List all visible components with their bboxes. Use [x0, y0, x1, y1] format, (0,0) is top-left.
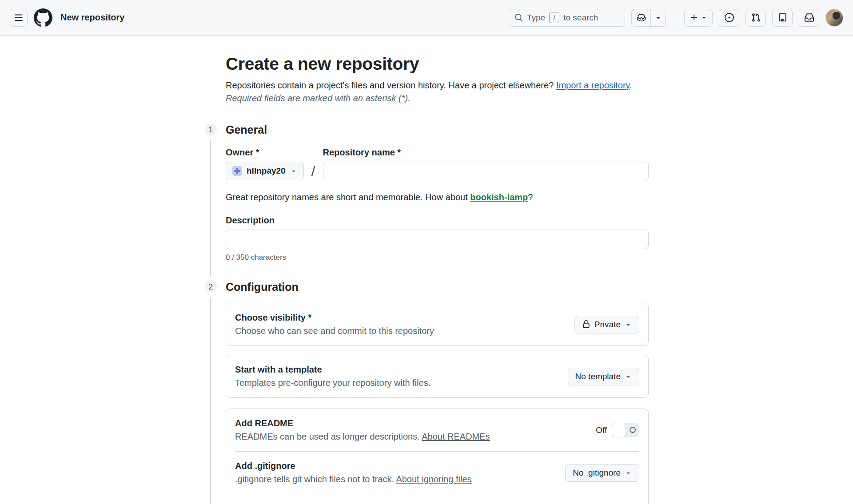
init-options-card: Add README READMEs can be used as longer…	[226, 409, 649, 504]
header-divider	[675, 12, 675, 24]
intro-text-period: .	[630, 80, 632, 90]
saved-items-button[interactable]	[772, 9, 793, 27]
character-counter: 0 / 350 characters	[226, 253, 649, 262]
page-title: Create a new repository	[226, 54, 649, 74]
issue-opened-icon	[725, 13, 734, 22]
step-number-1: 1	[204, 123, 217, 136]
owner-avatar	[232, 166, 242, 176]
issues-button[interactable]	[719, 9, 739, 27]
slash-key-hint: /	[549, 12, 559, 23]
readme-toggle-state: Off	[596, 425, 607, 435]
visibility-card: Choose visibility * Choose who can see a…	[226, 303, 649, 346]
page-intro: Create a new repository Repositories con…	[226, 54, 649, 105]
chevron-down-icon	[625, 373, 632, 380]
template-subtitle: Templates pre-configure your repository …	[235, 378, 430, 388]
description-label: Description	[226, 215, 649, 226]
hamburger-menu-button[interactable]	[10, 9, 28, 27]
gitignore-select-button[interactable]: No .gitignore	[565, 464, 639, 482]
toggle-knob	[612, 423, 626, 437]
gitignore-row: Add .gitignore .gitignore tells git whic…	[235, 451, 639, 494]
user-avatar[interactable]	[825, 9, 843, 27]
copilot-split-button	[631, 9, 666, 27]
step-connector-line	[210, 298, 211, 504]
suggestion-question-mark: ?	[528, 192, 533, 202]
chevron-down-icon	[625, 321, 632, 328]
configuration-heading: Configuration	[226, 281, 649, 293]
toggle-off-circle-icon	[630, 427, 636, 433]
step-number-2: 2	[204, 281, 217, 293]
readme-title: Add README	[235, 418, 490, 429]
readme-toggle-switch[interactable]	[612, 423, 639, 437]
chevron-down-icon	[290, 167, 297, 175]
suggestion-text: Great repository names are short and mem…	[226, 192, 470, 202]
page-context-title: New repository	[60, 12, 124, 23]
notifications-inbox-button[interactable]	[799, 9, 819, 27]
required-fields-note: Required fields are marked with an aster…	[226, 93, 411, 103]
license-row: Add license Licenses explain how others …	[235, 494, 639, 504]
global-search-input[interactable]: Type / to search	[509, 9, 625, 27]
visibility-select-button[interactable]: Private	[574, 316, 639, 333]
visibility-subtitle: Choose who can see and commit to this re…	[235, 326, 434, 336]
template-select-button[interactable]: No template	[568, 368, 639, 385]
inbox-icon	[805, 13, 814, 22]
github-logo-icon[interactable]	[34, 8, 52, 27]
import-repository-link[interactable]: Import a repository	[556, 80, 630, 90]
pull-requests-button[interactable]	[745, 9, 766, 27]
step-gutter-2: 2	[204, 281, 226, 504]
search-placeholder-suffix: to search	[563, 13, 598, 23]
visibility-title: Choose visibility *	[235, 313, 434, 323]
general-heading: General	[226, 123, 649, 136]
step-gutter-1: 1	[204, 123, 226, 262]
repository-name-input[interactable]	[323, 162, 649, 180]
owner-select-button[interactable]: hiinpay20	[226, 162, 304, 180]
description-input[interactable]	[226, 230, 649, 249]
create-new-button[interactable]	[684, 9, 713, 27]
git-pull-request-icon	[751, 13, 761, 22]
create-repository-page: Create a new repository Repositories con…	[204, 36, 649, 504]
chevron-down-icon	[625, 469, 632, 476]
template-title: Start with a template	[235, 365, 430, 375]
readme-row: Add README READMEs can be used as longer…	[235, 409, 639, 451]
copilot-menu-caret-button[interactable]	[650, 9, 666, 26]
gitignore-subtitle: .gitignore tells git which files not to …	[235, 474, 472, 484]
owner-name: hiinpay20	[247, 166, 286, 176]
copilot-button[interactable]	[632, 9, 650, 26]
readme-subtitle-text: READMEs can be used as longer descriptio…	[235, 432, 422, 441]
bookmark-square-icon	[778, 13, 787, 22]
three-bars-icon	[14, 13, 23, 22]
gitignore-value: No .gitignore	[573, 468, 621, 478]
owner-repo-separator: /	[311, 162, 315, 180]
name-suggestion: Great repository names are short and mem…	[226, 192, 649, 202]
plus-icon	[690, 13, 698, 22]
chevron-down-icon	[654, 14, 662, 21]
step-connector-line	[210, 140, 211, 276]
app-header: New repository Type / to search	[0, 0, 853, 36]
template-card: Start with a template Templates pre-conf…	[226, 355, 649, 398]
readme-subtitle: READMEs can be used as longer descriptio…	[235, 432, 490, 442]
lock-icon	[582, 320, 590, 329]
section-configuration: 2 Configuration Choose visibility * Choo…	[204, 281, 649, 504]
search-placeholder-prefix: Type	[527, 13, 545, 23]
template-value: No template	[575, 372, 621, 381]
intro-description: Repositories contain a project's files a…	[226, 79, 649, 105]
copilot-icon	[636, 12, 646, 23]
about-readmes-link[interactable]: About READMEs	[422, 432, 490, 441]
search-icon	[514, 13, 523, 22]
gitignore-subtitle-text: .gitignore tells git which files not to …	[235, 474, 396, 484]
gitignore-title: Add .gitignore	[235, 461, 472, 471]
chevron-down-icon	[701, 14, 707, 21]
about-ignoring-files-link[interactable]: About ignoring files	[396, 474, 471, 484]
repository-name-label: Repository name *	[323, 147, 649, 158]
intro-text: Repositories contain a project's files a…	[226, 80, 556, 90]
owner-label: Owner *	[226, 147, 304, 158]
suggested-name-link[interactable]: bookish-lamp	[470, 192, 528, 202]
visibility-value: Private	[594, 320, 621, 329]
section-general: 1 General Owner * hiinpay20 /	[204, 123, 649, 262]
